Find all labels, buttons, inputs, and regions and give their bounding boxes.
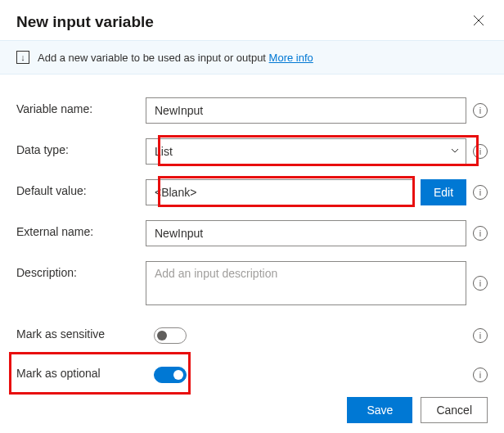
external-name-row: External name: i: [16, 220, 488, 246]
cancel-button[interactable]: Cancel: [421, 397, 488, 423]
more-info-link[interactable]: More info: [269, 52, 313, 64]
variable-name-label: Variable name:: [16, 97, 146, 115]
info-text: Add a new variable to be used as input o…: [38, 52, 313, 64]
info-bar: ↓ Add a new variable to be used as input…: [0, 40, 504, 74]
data-type-label: Data type:: [16, 138, 146, 156]
default-value-row: Default value: <Blank> Edit i: [16, 179, 488, 205]
form-area: Variable name: i Data type: List i Defau…: [0, 74, 504, 383]
description-input[interactable]: [146, 261, 466, 305]
input-indicator-icon: ↓: [16, 51, 29, 64]
mark-sensitive-label: Mark as sensitive: [16, 322, 154, 341]
description-row: Description: i: [16, 261, 488, 308]
dialog-title: New input variable: [16, 13, 154, 31]
external-name-input[interactable]: [146, 220, 466, 246]
data-type-row: Data type: List i: [16, 138, 488, 165]
help-icon: i: [473, 185, 488, 200]
help-icon: i: [473, 103, 488, 118]
dialog-header: New input variable: [0, 0, 504, 40]
edit-button[interactable]: Edit: [421, 179, 466, 205]
save-button[interactable]: Save: [347, 397, 412, 423]
default-value-display: <Blank>: [146, 179, 414, 205]
variable-name-input[interactable]: [146, 97, 466, 124]
description-label: Description:: [16, 261, 146, 279]
dialog-footer: Save Cancel: [347, 397, 488, 423]
close-button[interactable]: [470, 11, 488, 32]
default-value-label: Default value:: [16, 179, 146, 197]
mark-optional-row: Mark as optional i: [16, 362, 488, 383]
help-icon: i: [473, 276, 488, 291]
mark-sensitive-row: Mark as sensitive i: [16, 322, 488, 344]
help-icon: i: [473, 144, 488, 159]
external-name-label: External name:: [16, 220, 146, 238]
mark-sensitive-toggle[interactable]: [154, 327, 187, 344]
variable-name-row: Variable name: i: [16, 97, 488, 124]
close-icon: [473, 15, 484, 26]
help-icon: i: [473, 226, 488, 241]
data-type-select[interactable]: List: [146, 138, 466, 165]
help-icon: i: [473, 368, 488, 382]
help-icon: i: [473, 328, 488, 343]
mark-optional-toggle[interactable]: [154, 367, 187, 383]
mark-optional-label: Mark as optional: [16, 362, 154, 380]
